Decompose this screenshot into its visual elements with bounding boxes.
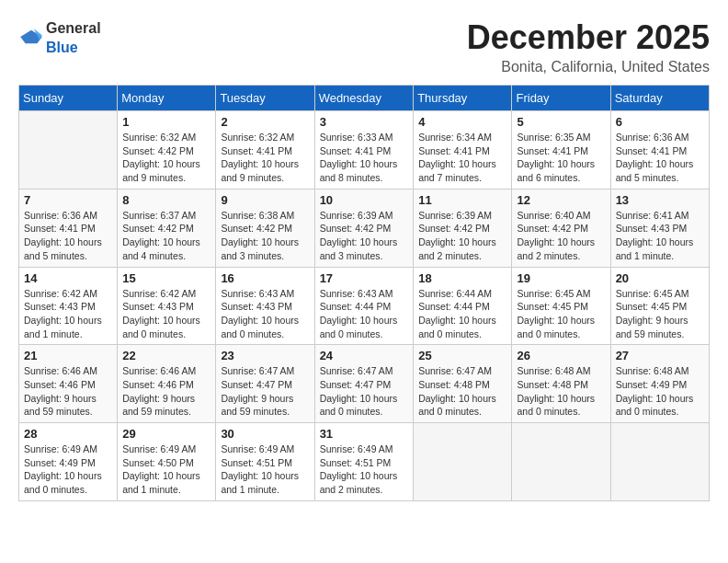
calendar-week-row: 7Sunrise: 6:36 AMSunset: 4:41 PMDaylight… [19, 189, 710, 267]
calendar-cell: 24Sunrise: 6:47 AMSunset: 4:47 PMDayligh… [314, 345, 414, 423]
day-info: Sunrise: 6:41 AMSunset: 4:43 PMDaylight:… [616, 209, 704, 263]
calendar-cell: 14Sunrise: 6:42 AMSunset: 4:43 PMDayligh… [19, 267, 118, 345]
calendar-cell: 13Sunrise: 6:41 AMSunset: 4:43 PMDayligh… [610, 189, 709, 267]
calendar-cell: 20Sunrise: 6:45 AMSunset: 4:45 PMDayligh… [610, 267, 709, 345]
day-info: Sunrise: 6:49 AMSunset: 4:51 PMDaylight:… [320, 442, 409, 497]
calendar-cell: 26Sunrise: 6:48 AMSunset: 4:48 PMDayligh… [512, 345, 610, 423]
day-info: Sunrise: 6:37 AMSunset: 4:42 PMDaylight:… [122, 209, 210, 263]
calendar-body: 1Sunrise: 6:32 AMSunset: 4:42 PMDaylight… [19, 111, 710, 501]
calendar-cell: 19Sunrise: 6:45 AMSunset: 4:45 PMDayligh… [512, 267, 610, 345]
day-info: Sunrise: 6:47 AMSunset: 4:47 PMDaylight:… [320, 364, 409, 419]
day-info: Sunrise: 6:44 AMSunset: 4:44 PMDaylight:… [418, 287, 506, 341]
calendar-week-row: 14Sunrise: 6:42 AMSunset: 4:43 PMDayligh… [19, 267, 710, 345]
calendar-cell: 29Sunrise: 6:49 AMSunset: 4:50 PMDayligh… [118, 423, 216, 501]
day-number: 26 [517, 349, 605, 362]
calendar-header-day: Tuesday [216, 86, 314, 111]
calendar-cell: 5Sunrise: 6:35 AMSunset: 4:41 PMDaylight… [512, 111, 610, 190]
day-info: Sunrise: 6:43 AMSunset: 4:44 PMDaylight:… [320, 287, 409, 341]
calendar-cell: 2Sunrise: 6:32 AMSunset: 4:41 PMDaylight… [216, 111, 314, 190]
calendar-cell: 12Sunrise: 6:40 AMSunset: 4:42 PMDayligh… [512, 189, 610, 267]
calendar-cell: 8Sunrise: 6:37 AMSunset: 4:42 PMDaylight… [118, 189, 216, 267]
calendar-header-day: Monday [118, 86, 216, 111]
day-number: 15 [122, 271, 210, 285]
calendar-cell [414, 423, 512, 501]
day-number: 16 [221, 271, 309, 285]
day-info: Sunrise: 6:43 AMSunset: 4:43 PMDaylight:… [221, 287, 309, 341]
calendar-cell: 7Sunrise: 6:36 AMSunset: 4:41 PMDaylight… [19, 189, 118, 267]
calendar-cell: 31Sunrise: 6:49 AMSunset: 4:51 PMDayligh… [314, 423, 414, 501]
calendar-cell: 3Sunrise: 6:33 AMSunset: 4:41 PMDaylight… [314, 111, 414, 190]
day-number: 29 [122, 427, 210, 441]
calendar-header-day: Wednesday [314, 86, 414, 111]
calendar-header-day: Thursday [414, 86, 512, 111]
day-number: 21 [24, 349, 112, 362]
day-number: 7 [24, 193, 112, 207]
day-info: Sunrise: 6:46 AMSunset: 4:46 PMDaylight:… [24, 364, 112, 419]
calendar-cell: 30Sunrise: 6:49 AMSunset: 4:51 PMDayligh… [216, 423, 314, 501]
day-number: 10 [320, 193, 409, 207]
day-number: 19 [517, 271, 605, 285]
day-info: Sunrise: 6:42 AMSunset: 4:43 PMDaylight:… [122, 287, 210, 341]
calendar-cell: 9Sunrise: 6:38 AMSunset: 4:42 PMDaylight… [216, 189, 314, 267]
calendar-cell [512, 423, 610, 501]
day-number: 2 [221, 115, 309, 129]
month-title: December 2025 [467, 18, 710, 57]
day-info: Sunrise: 6:47 AMSunset: 4:48 PMDaylight:… [418, 364, 506, 419]
day-number: 31 [320, 427, 409, 441]
day-number: 13 [616, 193, 704, 207]
day-number: 20 [616, 271, 704, 285]
calendar-header-row: SundayMondayTuesdayWednesdayThursdayFrid… [19, 86, 710, 111]
calendar-cell: 22Sunrise: 6:46 AMSunset: 4:46 PMDayligh… [118, 345, 216, 423]
calendar-cell: 27Sunrise: 6:48 AMSunset: 4:49 PMDayligh… [610, 345, 709, 423]
day-info: Sunrise: 6:39 AMSunset: 4:42 PMDaylight:… [418, 209, 506, 263]
calendar-header-day: Sunday [19, 86, 118, 111]
day-info: Sunrise: 6:32 AMSunset: 4:42 PMDaylight:… [122, 131, 210, 185]
day-number: 1 [122, 115, 210, 129]
day-info: Sunrise: 6:46 AMSunset: 4:46 PMDaylight:… [122, 364, 210, 419]
calendar-table: SundayMondayTuesdayWednesdayThursdayFrid… [18, 85, 710, 501]
day-number: 28 [24, 427, 112, 441]
day-number: 4 [418, 115, 506, 129]
calendar-cell [610, 423, 709, 501]
day-number: 17 [320, 271, 409, 285]
calendar-week-row: 28Sunrise: 6:49 AMSunset: 4:49 PMDayligh… [19, 423, 710, 501]
calendar-cell: 21Sunrise: 6:46 AMSunset: 4:46 PMDayligh… [19, 345, 118, 423]
day-info: Sunrise: 6:39 AMSunset: 4:42 PMDaylight:… [320, 209, 409, 263]
day-info: Sunrise: 6:49 AMSunset: 4:49 PMDaylight:… [24, 442, 112, 497]
day-number: 3 [320, 115, 409, 129]
calendar-cell: 16Sunrise: 6:43 AMSunset: 4:43 PMDayligh… [216, 267, 314, 345]
calendar-cell [19, 111, 118, 190]
calendar-cell: 15Sunrise: 6:42 AMSunset: 4:43 PMDayligh… [118, 267, 216, 345]
day-number: 24 [320, 349, 409, 362]
calendar-cell: 25Sunrise: 6:47 AMSunset: 4:48 PMDayligh… [414, 345, 512, 423]
day-info: Sunrise: 6:36 AMSunset: 4:41 PMDaylight:… [616, 131, 704, 185]
page-header: General Blue December 2025 Bonita, Calif… [18, 18, 710, 75]
calendar-cell: 28Sunrise: 6:49 AMSunset: 4:49 PMDayligh… [19, 423, 118, 501]
day-info: Sunrise: 6:35 AMSunset: 4:41 PMDaylight:… [517, 131, 605, 185]
day-number: 5 [517, 115, 605, 129]
day-number: 11 [418, 193, 506, 207]
day-number: 6 [616, 115, 704, 129]
logo-blue-text: Blue [46, 40, 78, 55]
calendar-cell: 4Sunrise: 6:34 AMSunset: 4:41 PMDaylight… [414, 111, 512, 190]
day-info: Sunrise: 6:33 AMSunset: 4:41 PMDaylight:… [320, 131, 409, 185]
day-info: Sunrise: 6:45 AMSunset: 4:45 PMDaylight:… [616, 287, 704, 341]
title-section: December 2025 Bonita, California, United… [467, 18, 710, 75]
calendar-week-row: 1Sunrise: 6:32 AMSunset: 4:42 PMDaylight… [19, 111, 710, 190]
day-number: 23 [221, 349, 309, 362]
day-info: Sunrise: 6:47 AMSunset: 4:47 PMDaylight:… [221, 364, 309, 419]
calendar-cell: 10Sunrise: 6:39 AMSunset: 4:42 PMDayligh… [314, 189, 414, 267]
calendar-cell: 17Sunrise: 6:43 AMSunset: 4:44 PMDayligh… [314, 267, 414, 345]
day-info: Sunrise: 6:38 AMSunset: 4:42 PMDaylight:… [221, 209, 309, 263]
day-info: Sunrise: 6:32 AMSunset: 4:41 PMDaylight:… [221, 131, 309, 185]
day-info: Sunrise: 6:49 AMSunset: 4:50 PMDaylight:… [122, 442, 210, 497]
day-info: Sunrise: 6:40 AMSunset: 4:42 PMDaylight:… [517, 209, 605, 263]
day-info: Sunrise: 6:34 AMSunset: 4:41 PMDaylight:… [418, 131, 506, 185]
logo-general-text: General [46, 20, 101, 36]
calendar-week-row: 21Sunrise: 6:46 AMSunset: 4:46 PMDayligh… [19, 345, 710, 423]
day-info: Sunrise: 6:48 AMSunset: 4:48 PMDaylight:… [517, 364, 605, 419]
calendar-cell: 11Sunrise: 6:39 AMSunset: 4:42 PMDayligh… [414, 189, 512, 267]
calendar-cell: 1Sunrise: 6:32 AMSunset: 4:42 PMDaylight… [118, 111, 216, 190]
day-number: 8 [122, 193, 210, 207]
day-number: 9 [221, 193, 309, 207]
